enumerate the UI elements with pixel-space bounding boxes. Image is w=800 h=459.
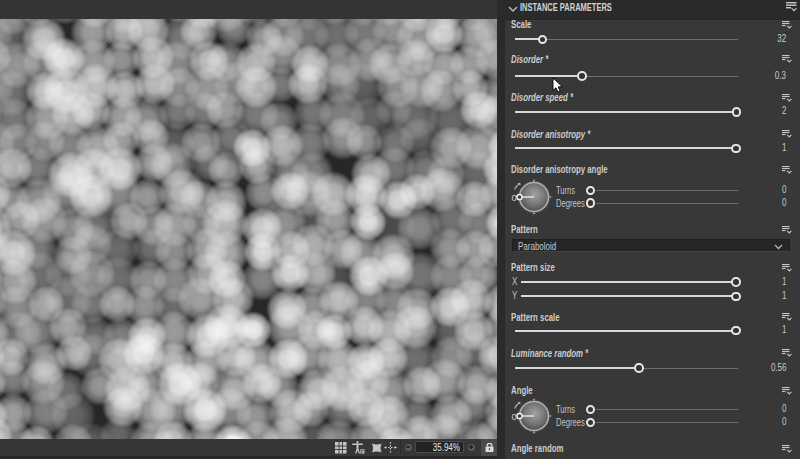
svg-text:0: 0 <box>511 191 516 202</box>
svg-text:0: 0 <box>511 410 516 421</box>
